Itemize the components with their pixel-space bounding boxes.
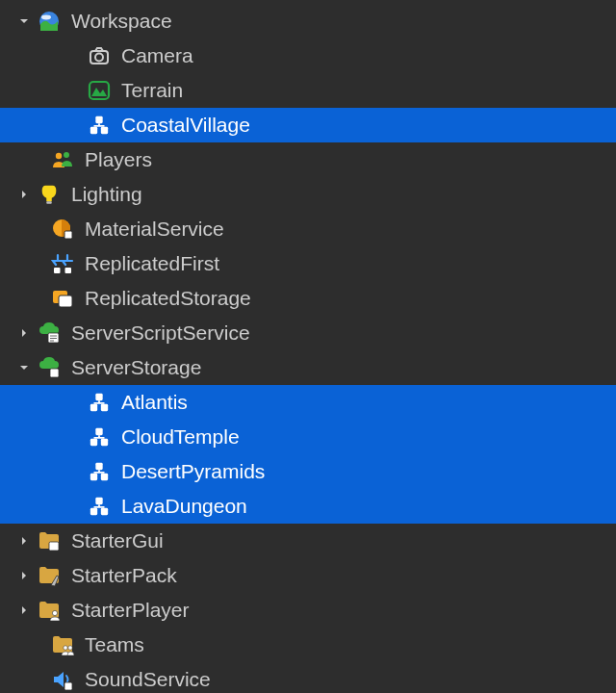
starterpack-icon [37, 563, 62, 588]
chevron-right-icon[interactable] [17, 534, 31, 548]
tree-item-label: ReplicatedStorage [85, 281, 251, 316]
chevron-right-icon[interactable] [17, 603, 31, 617]
tree-item-label: ServerScriptService [71, 316, 250, 350]
model-icon [87, 494, 112, 519]
tree-item-replicatedstorage[interactable]: ReplicatedStorage [0, 281, 616, 316]
svg-rect-22 [95, 428, 102, 435]
model-icon [87, 390, 112, 415]
chevron-down-icon[interactable] [17, 361, 31, 374]
tree-item-label: CoastalVillage [121, 108, 250, 142]
explorer-tree: Workspace Camera Terrain [0, 0, 616, 693]
tree-item-startergui[interactable]: StarterGui [0, 524, 616, 558]
serverstorage-icon [37, 355, 62, 380]
tree-item-materialservice[interactable]: MaterialService [0, 212, 616, 246]
svg-rect-20 [90, 404, 97, 411]
tree-item-label: Terrain [121, 73, 183, 108]
workspace-icon [37, 9, 62, 34]
startergui-icon [37, 528, 62, 553]
svg-rect-21 [101, 404, 108, 411]
svg-rect-10 [46, 201, 52, 203]
materialservice-icon [50, 217, 75, 242]
tree-item-label: ReplicatedFirst [85, 246, 219, 281]
tree-item-serverscriptservice[interactable]: ServerScriptService [0, 316, 616, 350]
tree-item-label: SoundService [85, 662, 211, 693]
svg-rect-35 [64, 682, 72, 690]
tree-item-workspace[interactable]: Workspace [0, 4, 616, 38]
tree-item-label: DesertPyramids [121, 454, 265, 489]
replicatedstorage-icon [50, 286, 75, 311]
camera-icon [87, 43, 112, 68]
soundservice-icon [50, 667, 75, 692]
svg-rect-12 [64, 231, 72, 239]
svg-rect-25 [95, 463, 102, 470]
tree-item-label: Atlantis [121, 385, 188, 420]
tree-item-label: StarterGui [71, 524, 164, 558]
tree-item-label: CloudTemple [121, 420, 240, 454]
svg-rect-30 [101, 508, 108, 515]
players-icon [50, 147, 75, 172]
tree-item-players[interactable]: Players [0, 142, 616, 177]
svg-rect-27 [101, 474, 108, 480]
svg-rect-23 [90, 439, 97, 446]
tree-item-label: MaterialService [85, 212, 224, 246]
tree-item-teams[interactable]: Teams [0, 628, 616, 662]
tree-item-coastalvillage[interactable]: CoastalVillage [0, 108, 616, 142]
terrain-icon [87, 78, 112, 103]
teams-icon [50, 632, 75, 657]
svg-point-3 [95, 54, 103, 62]
tree-item-serverstorage[interactable]: ServerStorage [0, 350, 616, 385]
tree-item-label: Players [85, 142, 152, 177]
tree-item-lighting[interactable]: Lighting [0, 177, 616, 212]
svg-rect-28 [95, 498, 102, 504]
tree-item-label: Camera [121, 38, 193, 73]
model-icon [87, 113, 112, 138]
tree-item-label: StarterPack [71, 558, 177, 593]
svg-rect-18 [50, 369, 59, 377]
svg-rect-14 [65, 268, 72, 273]
tree-item-label: StarterPlayer [71, 593, 190, 628]
tree-item-lavadungeon[interactable]: LavaDungeon [0, 489, 616, 524]
tree-item-camera[interactable]: Camera [0, 38, 616, 73]
chevron-right-icon[interactable] [17, 326, 31, 340]
lighting-icon [37, 182, 62, 207]
tree-item-soundservice[interactable]: SoundService [0, 662, 616, 693]
svg-point-8 [56, 153, 62, 159]
svg-point-34 [68, 646, 72, 650]
svg-rect-7 [101, 127, 108, 134]
tree-item-replicatedfirst[interactable]: ReplicatedFirst [0, 246, 616, 281]
tree-item-terrain[interactable]: Terrain [0, 73, 616, 108]
model-icon [87, 459, 112, 484]
serverscriptservice-icon [37, 321, 62, 346]
tree-item-label: LavaDungeon [121, 489, 247, 524]
tree-item-cloudtemple[interactable]: CloudTemple [0, 420, 616, 454]
svg-point-1 [41, 15, 51, 20]
starterplayer-icon [37, 598, 62, 623]
replicatedfirst-icon [50, 251, 75, 276]
svg-rect-6 [90, 127, 97, 134]
svg-rect-16 [59, 295, 72, 307]
tree-item-label: Lighting [71, 177, 142, 212]
svg-rect-13 [54, 268, 61, 273]
tree-item-label: Workspace [71, 4, 172, 38]
svg-rect-4 [90, 82, 109, 99]
chevron-right-icon[interactable] [17, 188, 31, 201]
svg-rect-19 [95, 394, 102, 400]
svg-point-32 [52, 610, 57, 615]
tree-item-desertpyramids[interactable]: DesertPyramids [0, 454, 616, 489]
svg-rect-5 [95, 116, 102, 123]
svg-point-33 [64, 646, 67, 650]
svg-rect-24 [101, 439, 108, 446]
svg-rect-29 [90, 508, 97, 515]
tree-item-label: Teams [85, 628, 144, 662]
svg-rect-26 [90, 474, 97, 480]
svg-point-9 [64, 152, 69, 158]
tree-item-starterpack[interactable]: StarterPack [0, 558, 616, 593]
tree-item-atlantis[interactable]: Atlantis [0, 385, 616, 420]
tree-item-starterplayer[interactable]: StarterPlayer [0, 593, 616, 628]
tree-item-label: ServerStorage [71, 350, 201, 385]
model-icon [87, 424, 112, 449]
svg-rect-31 [49, 542, 59, 551]
chevron-right-icon[interactable] [17, 569, 31, 582]
chevron-down-icon[interactable] [17, 14, 31, 28]
